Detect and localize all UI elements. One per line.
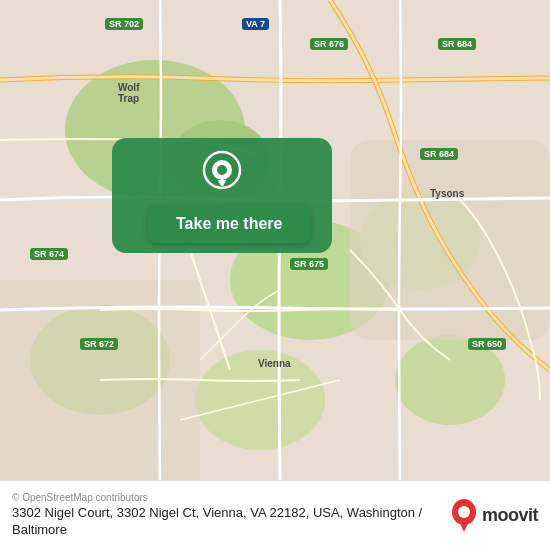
address-text: 3302 Nigel Court, 3302 Nigel Ct, Vienna,… [12, 505, 448, 539]
road-badge-sr650: SR 650 [468, 338, 506, 350]
place-vienna: Vienna [258, 358, 291, 369]
place-tysons: Tysons [430, 188, 464, 199]
copyright-text: © OpenStreetMap contributors [12, 492, 448, 503]
map-container: VA 7 SR 702 SR 676 SR 684 SR 684 SR 674 … [0, 0, 550, 480]
moovit-logo-svg [448, 498, 480, 534]
road-badge-sr675: SR 675 [290, 258, 328, 270]
road-badge-sr676: SR 676 [310, 38, 348, 50]
footer: © OpenStreetMap contributors 3302 Nigel … [0, 480, 550, 550]
road-badge-sr672: SR 672 [80, 338, 118, 350]
road-badge-sr702: SR 702 [105, 18, 143, 30]
svg-marker-16 [459, 521, 469, 532]
road-badge-va7: VA 7 [242, 18, 269, 30]
road-badge-sr674: SR 674 [30, 248, 68, 260]
road-badge-sr684-top: SR 684 [438, 38, 476, 50]
svg-point-15 [458, 506, 470, 518]
road-badge-sr684-mid: SR 684 [420, 148, 458, 160]
place-wolf-trap: WolfTrap [118, 82, 139, 104]
moovit-logo: moovit [448, 498, 538, 534]
svg-point-13 [217, 165, 227, 175]
take-me-there-button[interactable]: Take me there [148, 205, 310, 243]
moovit-text: moovit [482, 505, 538, 526]
footer-text: © OpenStreetMap contributors 3302 Nigel … [12, 492, 448, 539]
